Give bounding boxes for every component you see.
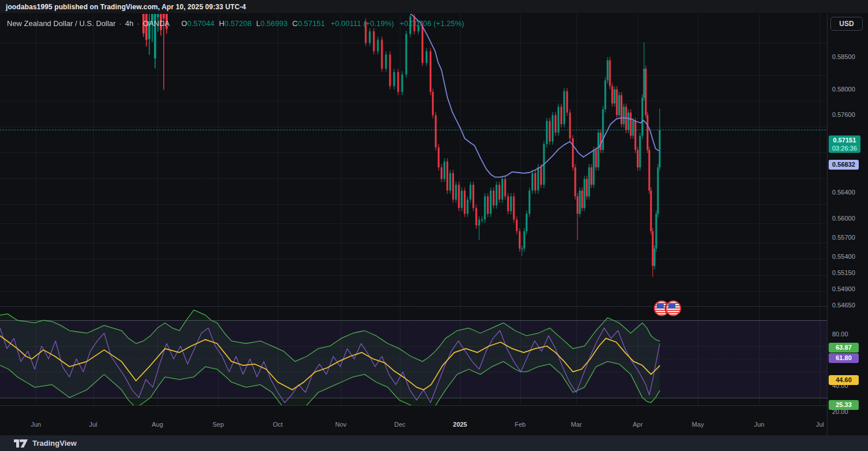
axis-tick-label: 0.58000 xyxy=(832,85,855,93)
time-axis-label: Oct xyxy=(273,421,282,428)
us-flag-event-icon[interactable] xyxy=(665,300,681,316)
interval-label[interactable]: 4h xyxy=(125,19,133,28)
time-axis[interactable]: JunJulAugSepOctNovDec2025FebMarAprMayJun… xyxy=(0,405,827,436)
axis-tick-label: 0.55700 xyxy=(832,233,855,241)
flag-canton xyxy=(657,304,664,309)
separator-dot: · xyxy=(119,19,122,28)
low-value: 0.56993 xyxy=(260,19,288,28)
indicator-value-badge: 25.33 xyxy=(829,400,859,410)
time-axis-label: Jun xyxy=(31,421,41,428)
time-axis-label: Apr xyxy=(632,421,642,428)
high-value: 0.57208 xyxy=(225,19,252,28)
close-label: C xyxy=(292,19,297,28)
time-axis-label: 2025 xyxy=(453,421,467,428)
last-price-badge: 0.5715103:26:36 xyxy=(829,135,860,153)
axis-tick-label: 0.54650 xyxy=(832,301,855,309)
axis-tick-label: 0.58500 xyxy=(832,53,855,61)
tradingview-brand-text[interactable]: TradingView xyxy=(32,439,76,448)
axis-tick-label: 0.57600 xyxy=(832,111,855,119)
chart-region: New Zealand Dollar / U.S. Dollar · 4h · … xyxy=(0,14,868,435)
time-axis-label: Sep xyxy=(212,421,224,428)
high-label: H xyxy=(219,19,224,28)
ohlc-readout: O 0.57044 H 0.57208 L 0.56993 C 0.57151 … xyxy=(176,19,464,28)
indicator-value-badge: 63.87 xyxy=(829,343,859,353)
time-axis-label: Jul xyxy=(816,421,824,428)
currency-toggle-button[interactable]: USD xyxy=(830,17,863,31)
symbol-header: New Zealand Dollar / U.S. Dollar · 4h · … xyxy=(7,19,464,28)
time-axis-label: Jul xyxy=(89,421,97,428)
indicator-value-badge: 61.80 xyxy=(829,353,859,363)
bar-countdown: 03:26:36 xyxy=(832,144,857,152)
last-price-value: 0.57151 xyxy=(832,136,857,144)
event-flags xyxy=(654,300,681,316)
time-axis-label: Jun xyxy=(754,421,764,428)
time-axis-label: May xyxy=(692,421,704,428)
close-value: 0.57151 xyxy=(297,19,325,28)
footer-bar: TradingView xyxy=(0,435,868,451)
axis-tick-label: 0.56400 xyxy=(832,188,855,196)
flag-canton xyxy=(668,304,675,309)
indicator-value-badge: 44.60 xyxy=(829,375,859,385)
time-axis-label: Feb xyxy=(515,421,526,428)
tradingview-logo-icon[interactable] xyxy=(14,439,28,448)
axis-tick-label: 0.54900 xyxy=(832,285,855,293)
low-label: L xyxy=(256,19,260,28)
axis-tick-label: 80.00 xyxy=(832,330,848,338)
open-label: O xyxy=(181,19,187,28)
price-axis[interactable]: USD 0.585000.580000.576000.572000.564000… xyxy=(827,14,868,435)
open-value: 0.57044 xyxy=(187,19,214,28)
exchange-label: OANDA xyxy=(143,19,170,28)
axis-tick-label: 0.56000 xyxy=(832,214,855,222)
symbol-title[interactable]: New Zealand Dollar / U.S. Dollar xyxy=(7,19,116,28)
time-axis-label: Mar xyxy=(571,421,582,428)
ma-value-badge: 0.56832 xyxy=(829,160,859,170)
change-extended-value: +0.00706 (+1.25%) xyxy=(400,19,464,28)
time-axis-label: Dec xyxy=(394,421,406,428)
time-axis-label: Nov xyxy=(335,421,347,428)
axis-tick-label: 0.55150 xyxy=(832,269,855,277)
axis-tick-label: 0.55400 xyxy=(832,252,855,261)
separator-dot: · xyxy=(137,19,139,28)
change-value: +0.00111 (+0.19%) xyxy=(330,19,393,28)
chart-canvas[interactable] xyxy=(0,14,827,405)
attribution-text: joodabas1995 published on TradingView.co… xyxy=(6,3,246,11)
time-axis-label: Aug xyxy=(152,421,163,428)
attribution-bar: joodabas1995 published on TradingView.co… xyxy=(0,0,868,14)
